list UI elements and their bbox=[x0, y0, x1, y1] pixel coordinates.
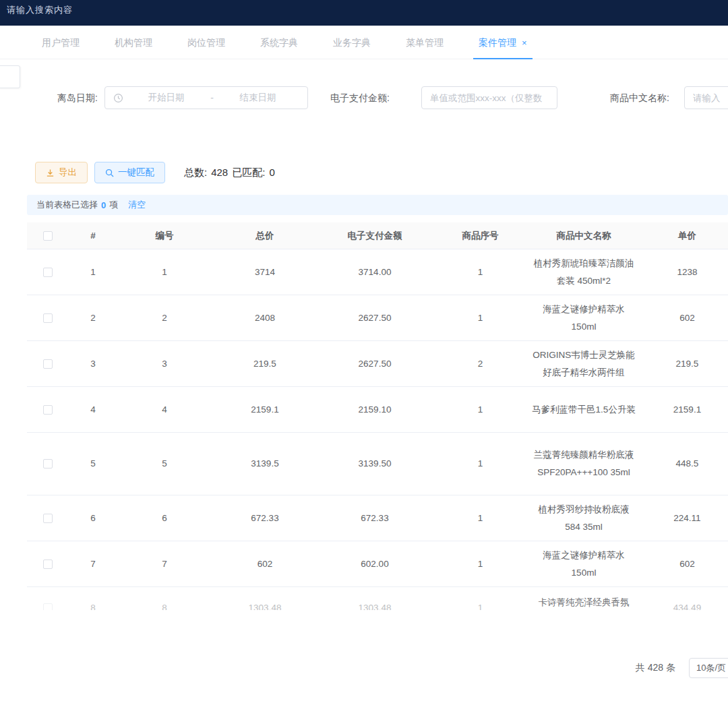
date-separator: - bbox=[208, 92, 216, 103]
clock-icon bbox=[113, 93, 123, 103]
selection-bar: 当前表格已选择 0 项 清空 bbox=[27, 195, 728, 215]
one-click-match-button[interactable]: 一键匹配 bbox=[94, 162, 165, 183]
amount-filter-label: 电子支付金额: bbox=[330, 86, 390, 109]
select-all-checkbox[interactable] bbox=[43, 231, 53, 241]
col-header-code: 编号 bbox=[117, 227, 212, 245]
pagination-total: 共 428 条 bbox=[636, 662, 675, 674]
table-row: 2 2 2408 2627.50 1 海蓝之谜修护精萃水 150ml 602 bbox=[27, 295, 728, 341]
date-filter-label: 离岛日期: bbox=[57, 86, 98, 109]
tab-bar: 用户管理 机构管理 岗位管理 系统字典 业务字典 菜单管理 案件管理× bbox=[0, 26, 728, 59]
row-checkbox[interactable] bbox=[43, 405, 53, 415]
total-value: 428 bbox=[211, 167, 228, 179]
table-header-row: # 编号 总价 电子支付金额 商品序号 商品中文名称 单价 bbox=[27, 222, 728, 249]
select-all-cell bbox=[27, 227, 69, 245]
matched-label: 已匹配: bbox=[232, 167, 265, 179]
table-toolbar: 导出 一键匹配 总数: 428 已匹配: 0 bbox=[35, 162, 275, 183]
tabs-container: 用户管理 机构管理 岗位管理 系统字典 业务字典 菜单管理 案件管理× bbox=[40, 28, 528, 57]
total-label: 总数: bbox=[184, 167, 207, 179]
row-checkbox[interactable] bbox=[43, 268, 53, 277]
col-header-price: 单价 bbox=[638, 227, 728, 245]
col-header-total: 总价 bbox=[212, 227, 318, 245]
clear-selection-link[interactable]: 清空 bbox=[128, 199, 146, 211]
date-start-placeholder[interactable]: 开始日期 bbox=[125, 92, 208, 104]
case-table: # 编号 总价 电子支付金额 商品序号 商品中文名称 单价 1 1 3714 3… bbox=[27, 222, 728, 610]
table-row: 4 4 2159.1 2159.10 1 马爹利蓝带干邑1.5公升装 2159.… bbox=[27, 387, 728, 433]
product-name-input[interactable] bbox=[684, 86, 728, 109]
download-icon bbox=[46, 169, 55, 177]
row-checkbox[interactable] bbox=[43, 313, 53, 323]
col-header-seq: 商品序号 bbox=[431, 227, 529, 245]
selection-prefix: 当前表格已选择 bbox=[36, 199, 98, 211]
epay-amount-input[interactable] bbox=[421, 86, 557, 109]
row-checkbox[interactable] bbox=[43, 459, 53, 468]
row-checkbox[interactable] bbox=[43, 514, 53, 523]
match-counts: 总数: 428 已匹配: 0 bbox=[184, 167, 275, 179]
tab-menu-management[interactable]: 菜单管理 bbox=[404, 28, 445, 57]
filter-bar: 离岛日期: 开始日期 - 结束日期 电子支付金额: 商品中文名称: bbox=[0, 86, 728, 109]
col-header-index: # bbox=[69, 227, 117, 245]
table-row: 1 1 3714 3714.00 1 植村秀新琥珀臻萃洁颜油套装 450ml*2… bbox=[27, 249, 728, 295]
tab-org-management[interactable]: 机构管理 bbox=[113, 28, 154, 57]
pagination-bar: 共 428 条 10条/页 bbox=[0, 657, 728, 679]
table-row: 5 5 3139.5 3139.50 1 兰蔻菁纯臻颜精华粉底液SPF20PA+… bbox=[27, 433, 728, 495]
table-row: 6 6 672.33 672.33 1 植村秀羽纱持妆粉底液 584 35ml … bbox=[27, 495, 728, 541]
global-search-input[interactable]: 请输入搜索内容 bbox=[7, 4, 73, 16]
selection-count: 0 bbox=[101, 200, 106, 210]
tab-close-icon[interactable]: × bbox=[522, 38, 527, 48]
row-checkbox[interactable] bbox=[43, 559, 53, 569]
row-checkbox[interactable] bbox=[43, 603, 53, 610]
search-icon bbox=[105, 169, 114, 177]
date-range-picker[interactable]: 开始日期 - 结束日期 bbox=[104, 86, 308, 109]
tab-post-management[interactable]: 岗位管理 bbox=[186, 28, 226, 57]
top-navbar: 请输入搜索内容 bbox=[0, 0, 728, 26]
page-size-select[interactable]: 10条/页 bbox=[689, 658, 728, 678]
tab-system-dict[interactable]: 系统字典 bbox=[259, 28, 299, 57]
selection-suffix: 项 bbox=[109, 199, 118, 211]
tab-case-management[interactable]: 案件管理× bbox=[477, 28, 528, 57]
matched-value: 0 bbox=[269, 167, 274, 179]
export-button[interactable]: 导出 bbox=[35, 162, 88, 183]
tab-user-management[interactable]: 用户管理 bbox=[40, 28, 81, 57]
row-checkbox[interactable] bbox=[43, 359, 53, 369]
tab-business-dict[interactable]: 业务字典 bbox=[332, 28, 372, 57]
col-header-name: 商品中文名称 bbox=[529, 227, 638, 245]
table-row: 7 7 602 1 602.00 1 海蓝之谜修护精萃水 150ml 602 bbox=[27, 541, 728, 587]
product-name-filter-label: 商品中文名称: bbox=[610, 86, 669, 109]
collapsed-side-panel[interactable] bbox=[0, 65, 20, 88]
table-row-partial: 8 8 1303.48 1303.48 1 卡诗菁纯亮泽经典香氛 434.49 bbox=[27, 587, 728, 610]
col-header-epay: 电子支付金额 bbox=[318, 227, 431, 245]
date-end-placeholder[interactable]: 结束日期 bbox=[216, 92, 299, 104]
table-row: 3 3 219.5 2627.50 2 ORIGINS韦博士灵芝焕能好底子精华水… bbox=[27, 341, 728, 387]
